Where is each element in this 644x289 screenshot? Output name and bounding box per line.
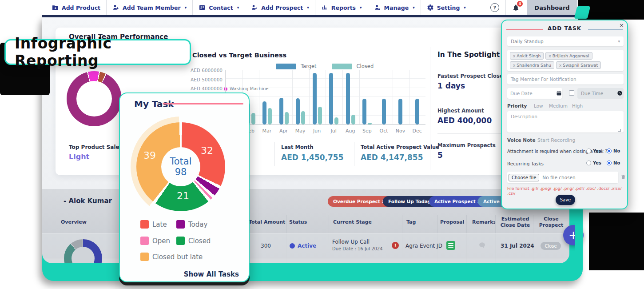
due-time-checkbox[interactable] xyxy=(569,90,574,96)
nav-add-product-button[interactable]: Add Product xyxy=(46,0,107,15)
title-underline xyxy=(163,103,243,104)
recurring-yes-radio[interactable] xyxy=(586,161,591,165)
cell-tag: Agra Event JD xyxy=(405,243,442,249)
status-dot xyxy=(290,243,295,249)
y-axis-label: AED 6000000 xyxy=(187,66,223,75)
member-chip[interactable]: xBrijiesh Aggarwal xyxy=(545,52,592,60)
overdue-alert-icon[interactable]: ! xyxy=(392,242,399,249)
attachment-radio-group: YesNo xyxy=(586,148,625,153)
bar-target xyxy=(382,99,386,124)
col-header-proposal[interactable]: Proposal xyxy=(440,219,464,225)
help-button[interactable]: ? xyxy=(490,3,499,12)
closed-swatch xyxy=(332,64,352,69)
bar-target xyxy=(398,99,402,124)
col-header-overview[interactable]: Overview xyxy=(61,219,87,225)
background-shadow-bottom-right xyxy=(589,213,644,270)
month-label: Jun xyxy=(309,128,326,134)
close-prospect-button[interactable]: Close xyxy=(541,242,561,250)
top-nav: Add Product Add Team Member Contact Add … xyxy=(42,0,577,15)
bar-closed xyxy=(301,111,305,125)
legend-closed-but-late[interactable]: Closed but late xyxy=(140,253,203,261)
person-icon xyxy=(374,4,381,11)
month-label: Sep xyxy=(359,128,376,134)
remarks-bubble-icon[interactable] xyxy=(478,241,486,249)
bar-target xyxy=(346,73,350,124)
file-input[interactable]: Choose file No file chosen xyxy=(507,172,618,183)
spotlight-title: In The Spotlight xyxy=(437,51,500,59)
assigned-members-box[interactable]: xAnkit Singh xBrijiesh Aggarwal xShailen… xyxy=(507,50,624,71)
spotlight-stat: Maximum Prospects 5 xyxy=(437,142,496,160)
trash-icon[interactable] xyxy=(620,174,626,180)
legend-swatch xyxy=(176,220,185,229)
legend-open[interactable]: Open xyxy=(140,237,170,245)
bar-closed xyxy=(368,123,372,124)
save-button[interactable]: Save xyxy=(556,195,575,205)
nav-setting-button[interactable]: Setting xyxy=(421,0,472,15)
col-header-tag[interactable]: Tag xyxy=(406,219,416,225)
legend-today[interactable]: Today xyxy=(176,220,207,229)
bar-target xyxy=(329,73,333,124)
top-product-sales-label: Top Product Sales xyxy=(69,144,123,150)
person-plus-icon xyxy=(112,4,119,11)
top-product-sales-value: Light xyxy=(69,153,89,161)
member-chip[interactable]: xShailendra Sahu xyxy=(510,61,554,69)
nav-manage-button[interactable]: Manage xyxy=(368,0,421,15)
resize-handle[interactable] xyxy=(618,129,621,132)
y-axis-label: AED 5000000 xyxy=(187,75,223,84)
bar-target xyxy=(313,73,317,124)
description-textarea[interactable]: Description xyxy=(507,111,624,132)
tag-member-input[interactable]: Tag Member For Notification xyxy=(507,74,624,84)
cell-status: Active xyxy=(290,243,316,249)
slice-value-late: 32 xyxy=(201,145,213,156)
pie-center-label: Total xyxy=(170,156,191,167)
priority-medium[interactable]: Medium xyxy=(549,103,568,108)
show-all-tasks-link[interactable]: Show All Tasks xyxy=(184,270,239,278)
month-label: May xyxy=(292,128,309,134)
month-label: Nov xyxy=(392,128,409,134)
tab-dashboard[interactable]: Dashboard xyxy=(527,0,577,15)
priority-low[interactable]: Low xyxy=(534,103,543,108)
member-chip[interactable]: xAnkit Singh xyxy=(510,52,544,60)
folder-plus-icon xyxy=(52,4,59,11)
total-active-label: Total Active Prospect Value xyxy=(361,144,439,150)
priority-high[interactable]: High xyxy=(572,103,583,108)
bar-chart-legend[interactable]: Target Closed xyxy=(276,63,374,69)
cell-stage: Follow Up Call xyxy=(332,239,370,245)
bar-slot xyxy=(342,70,359,124)
target-label: Target xyxy=(301,63,317,69)
nav-underline xyxy=(42,15,577,17)
col-header-close-prospect[interactable]: Close Prospect xyxy=(536,216,567,229)
month-label: Apr xyxy=(275,128,292,134)
col-header-total-amount[interactable]: Total Amount xyxy=(249,219,285,225)
donut-hole xyxy=(76,81,112,116)
bar-slot xyxy=(259,70,276,124)
nav-contact-button[interactable]: Contact xyxy=(193,0,245,15)
legend-late[interactable]: Late xyxy=(140,220,167,229)
col-header-estimated-close-date[interactable]: Estimated Close Date xyxy=(497,216,533,229)
agent-row-title[interactable]: - Alok Kumar xyxy=(64,197,112,205)
member-chip[interactable]: xSwapnil Sarawat xyxy=(556,61,601,69)
notifications-button[interactable]: 4 xyxy=(505,0,520,15)
bar-slot xyxy=(309,70,326,124)
legend-closed[interactable]: Closed xyxy=(176,237,211,245)
col-header-current-stage[interactable]: Current Stage xyxy=(333,219,372,225)
col-header-status[interactable]: Status xyxy=(289,219,307,225)
start-recording-button[interactable]: Start Recording xyxy=(537,137,575,143)
col-header-remarks[interactable]: Remarks xyxy=(472,219,496,225)
nav-add-team-member-button[interactable]: Add Team Member xyxy=(107,0,193,15)
nav-add-prospect-button[interactable]: Add Prospect xyxy=(245,0,315,15)
pie-center-value: 98 xyxy=(175,167,187,177)
x-axis-labels: FebMarAprMayJunJulAugSepOctNovDec xyxy=(225,128,425,134)
legend-swatch xyxy=(176,237,185,245)
status-text: Active xyxy=(298,243,316,249)
last-month-stat: Last Month AED 1,450,755 xyxy=(281,144,344,162)
choose-file-button[interactable]: Choose file xyxy=(509,174,539,181)
attachment-yes-radio[interactable] xyxy=(586,149,591,153)
proposal-doc-icon[interactable] xyxy=(446,241,455,250)
nav-reports-button[interactable]: Reports xyxy=(315,0,368,15)
recurring-no-radio[interactable] xyxy=(607,161,612,165)
attachment-no-radio[interactable] xyxy=(607,149,612,153)
task-name-select[interactable]: Daily Standup xyxy=(507,36,624,46)
collapse-icon[interactable]: - xyxy=(64,197,66,205)
due-date-input[interactable]: Due Date xyxy=(507,88,562,99)
